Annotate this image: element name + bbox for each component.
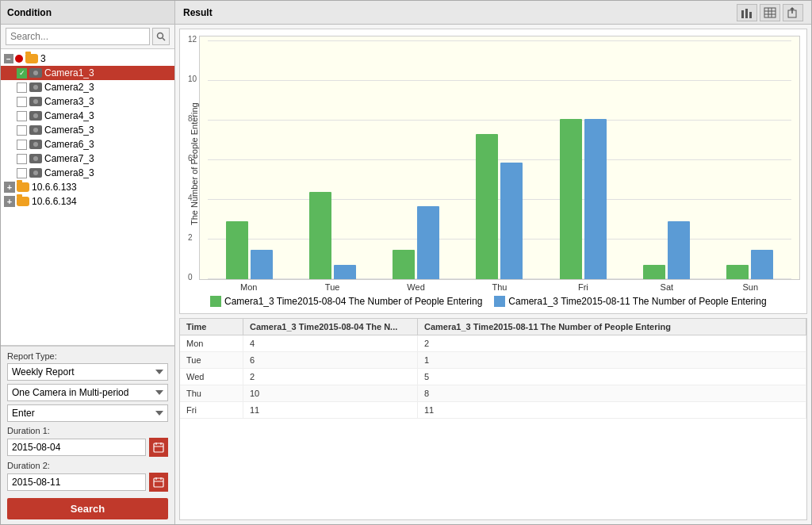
table-view-button[interactable]	[760, 4, 780, 21]
table-cell-val1: 4	[243, 335, 418, 351]
table-row: Mon42	[180, 335, 806, 352]
tree-item-camera2[interactable]: Camera2_3	[1, 80, 174, 94]
table-icon	[764, 7, 776, 18]
tree-root-item[interactable]: − 3	[1, 52, 174, 66]
camera6-checkbox[interactable]	[17, 140, 27, 150]
right-panel: Result	[175, 1, 811, 524]
svg-line-1	[163, 38, 165, 40]
camera1-checkbox[interactable]	[17, 68, 27, 79]
camera2-icon	[29, 82, 42, 92]
svg-rect-10	[741, 10, 744, 18]
chart-plot-area: 121086420 MonTueWedThuFriSatSun	[199, 36, 800, 292]
table-cell-val2: 1	[418, 352, 806, 368]
legend-item: Camera1_3 Time2015-08-11 The Number of P…	[494, 296, 766, 307]
camera4-icon	[29, 111, 42, 121]
duration1-input[interactable]	[7, 439, 146, 456]
status-dot	[15, 55, 23, 63]
legend-label: Camera1_3 Time2015-08-11 The Number of P…	[508, 296, 766, 307]
tree-container: − 3 Camera1_3 Camera2_3	[1, 49, 174, 346]
mode-select[interactable]: One Camera in Multi-period Multi Camera …	[7, 384, 168, 401]
bar-chart-button[interactable]	[737, 4, 757, 21]
subfolder2-label: 10.6.6.134	[32, 196, 77, 207]
x-axis-label: Fri	[542, 282, 625, 292]
tree-item-subfolder2[interactable]: + 10.6.6.134	[1, 194, 174, 209]
chart-legend: Camera1_3 Time2015-08-04 The Number of P…	[186, 292, 800, 307]
camera6-label: Camera6_3	[44, 139, 94, 150]
tree-item-camera6[interactable]: Camera6_3	[1, 137, 174, 151]
tree-item-camera3[interactable]: Camera3_3	[1, 94, 174, 109]
duration2-calendar-btn[interactable]	[149, 473, 168, 492]
camera7-checkbox[interactable]	[17, 154, 27, 164]
table-cell-val2: 2	[418, 335, 806, 351]
left-panel: Condition − 3	[1, 1, 175, 524]
svg-rect-6	[154, 478, 163, 487]
tree-item-camera1[interactable]: Camera1_3	[1, 66, 174, 80]
search-input[interactable]	[6, 28, 150, 45]
legend-label: Camera1_3 Time2015-08-04 The Number of P…	[224, 296, 482, 307]
chart-wrapper: The Number of People Entering 121086420 …	[186, 36, 800, 307]
duration1-calendar-btn[interactable]	[149, 438, 168, 457]
root-label: 3	[40, 53, 46, 64]
camera4-checkbox[interactable]	[17, 111, 27, 121]
x-axis-label: Thu	[458, 282, 541, 292]
search-bar	[1, 25, 174, 49]
tree-item-subfolder1[interactable]: + 10.6.6.133	[1, 180, 174, 194]
export-button[interactable]	[783, 4, 803, 21]
duration2-input[interactable]	[7, 473, 146, 491]
table-row: Wed25	[180, 369, 806, 385]
chart-area: The Number of People Entering 121086420 …	[179, 29, 807, 314]
bar-blue	[751, 250, 773, 279]
expand-icon1: +	[4, 182, 15, 193]
bar-blue	[251, 250, 273, 279]
folder-icon	[25, 54, 38, 63]
svg-rect-12	[749, 12, 752, 18]
day-group	[625, 221, 708, 279]
bar-green	[309, 192, 331, 279]
table-cell-time: Tue	[180, 352, 243, 368]
tree-item-camera4[interactable]: Camera4_3	[1, 109, 174, 123]
bar-green	[643, 265, 665, 279]
expand-icon2: +	[4, 196, 15, 207]
camera2-label: Camera2_3	[44, 82, 94, 93]
table-cell-val1: 6	[243, 352, 418, 368]
table-cell-val2: 8	[418, 385, 806, 401]
tree-item-camera5[interactable]: Camera5_3	[1, 123, 174, 137]
camera5-checkbox[interactable]	[17, 125, 27, 136]
y-axis-label: The Number of People Entering	[186, 36, 199, 292]
tree-item-camera7[interactable]: Camera7_3	[1, 151, 174, 166]
main-container: Condition − 3	[0, 0, 812, 525]
table-body: Mon42Tue61Wed25Thu108Fri1111	[180, 335, 806, 519]
camera5-icon	[29, 125, 42, 135]
report-type-select[interactable]: Weekly Report Daily Report Monthly Repor…	[7, 363, 168, 381]
col-time: Time	[180, 319, 243, 335]
x-axis-label: Sun	[709, 282, 792, 292]
search-button[interactable]: Search	[7, 498, 168, 519]
table-cell-val1: 10	[243, 385, 418, 401]
subfolder2-icon	[17, 197, 29, 206]
legend-color	[210, 296, 221, 307]
day-group	[291, 192, 374, 279]
day-group	[542, 119, 625, 279]
bar-blue	[668, 221, 690, 279]
duration1-label: Duration 1:	[7, 426, 168, 435]
bar-blue	[417, 206, 439, 279]
camera8-checkbox[interactable]	[17, 168, 27, 178]
bar-green	[393, 250, 415, 279]
direction-select[interactable]: Enter Exit Both	[7, 404, 168, 422]
camera7-label: Camera7_3	[44, 153, 94, 164]
day-group	[374, 206, 458, 279]
camera2-checkbox[interactable]	[17, 82, 27, 93]
camera1-label: Camera1_3	[44, 67, 94, 79]
camera3-checkbox[interactable]	[17, 97, 27, 107]
x-axis-label: Mon	[207, 282, 290, 292]
subfolder1-label: 10.6.6.133	[32, 182, 77, 193]
header-icons	[737, 4, 803, 21]
camera5-label: Camera5_3	[44, 125, 94, 136]
subfolder1-icon	[17, 182, 29, 192]
bar-chart-icon	[741, 7, 753, 18]
search-icon-button[interactable]	[152, 28, 170, 45]
duration2-row	[7, 473, 168, 492]
bar-blue	[584, 119, 607, 279]
tree-item-camera8[interactable]: Camera8_3	[1, 166, 174, 180]
col-series1: Camera1_3 Time2015-08-04 The N...	[243, 319, 418, 335]
